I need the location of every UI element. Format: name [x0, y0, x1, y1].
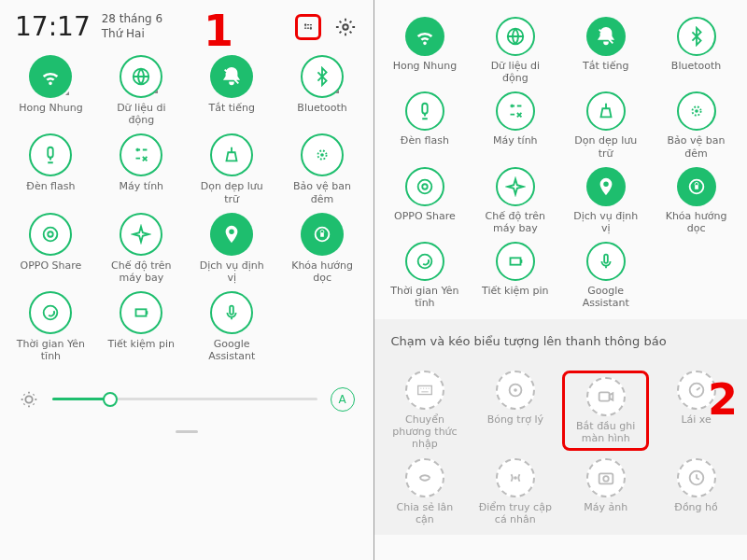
- tile-label: Khóa hướng dọc: [659, 210, 734, 234]
- qs-tile-record[interactable]: Bắt đầu ghi màn hình: [562, 371, 649, 451]
- date-line-1: 28 tháng 6: [102, 12, 162, 27]
- qs-tile-globe[interactable]: Dữ liệu di động: [98, 55, 185, 126]
- qs-tile-wifi[interactable]: Hong Nhung: [7, 55, 94, 126]
- qs-tile-night[interactable]: Bảo vệ ban đêm: [653, 91, 740, 159]
- qs-tile-flash[interactable]: Đèn flash: [7, 133, 94, 204]
- tile-label: Bắt đầu ghi màn hình: [569, 420, 642, 444]
- tile-label: Dịch vụ định vị: [569, 210, 643, 234]
- tile-label: Dọn dẹp lưu trữ: [569, 134, 643, 159]
- qs-tile-sweep[interactable]: Dọn dẹp lưu trữ: [562, 91, 649, 159]
- qs-tile-plane[interactable]: Chế độ trên máy bay: [98, 213, 185, 284]
- bubble-icon: [496, 371, 535, 410]
- qs-tile-nearby[interactable]: Chia sẻ lân cận: [382, 458, 469, 525]
- qs-tile-bell-off[interactable]: Tắt tiếng: [189, 55, 275, 126]
- tile-label: Google Assistant: [569, 285, 643, 309]
- brightness-slider[interactable]: [52, 398, 317, 400]
- qs-tile-plane[interactable]: Chế độ trên máy bay: [472, 167, 558, 234]
- qs-tile-dnd[interactable]: Thời gian Yên tĩnh: [7, 291, 94, 362]
- qs-tile-dnd[interactable]: Thời gian Yên tĩnh: [382, 242, 469, 309]
- tile-label: Khóa hướng dọc: [285, 259, 359, 284]
- qs-tile-battery[interactable]: Tiết kiệm pin: [472, 242, 558, 309]
- tile-label: Tắt tiếng: [583, 60, 628, 72]
- dnd-icon: [405, 242, 444, 281]
- gear-icon: [335, 17, 356, 37]
- qs-tile-hotspot[interactable]: Điểm truy cập cá nhân: [472, 458, 558, 525]
- qs-tile-share[interactable]: OPPO Share: [382, 167, 469, 234]
- qs-tile-loc[interactable]: Dịch vụ định vị: [562, 167, 649, 234]
- tile-label: Dữ liệu di động: [104, 102, 178, 126]
- qs-tile-lock-rot[interactable]: Khóa hướng dọc: [653, 167, 740, 234]
- qs-tile-night[interactable]: Bảo vệ ban đêm: [279, 133, 366, 204]
- qs-tile-calc[interactable]: Máy tính: [98, 133, 185, 204]
- tray-grid: Chuyển phương thức nhậpBóng trợ lýBắt đầ…: [374, 354, 748, 536]
- qs-tile-globe[interactable]: Dữ liệu di động: [472, 17, 558, 84]
- brightness-icon: [19, 389, 39, 410]
- tile-label: OPPO Share: [21, 259, 82, 272]
- tile-label: Dữ liệu di động: [478, 60, 553, 84]
- record-icon: [586, 377, 626, 416]
- qs-tile-flash[interactable]: Đèn flash: [382, 91, 469, 159]
- sweep-icon: [586, 91, 626, 131]
- settings-button[interactable]: [332, 14, 359, 40]
- tile-label: Dọn dẹp lưu trữ: [194, 180, 269, 204]
- qs-tile-bubble[interactable]: Bóng trợ lý: [472, 371, 558, 451]
- night-icon: [677, 91, 716, 131]
- qs-tile-clock[interactable]: Đồng hồ: [653, 458, 740, 525]
- qs-tile-kbd[interactable]: Chuyển phương thức nhập: [382, 371, 469, 451]
- tile-label: Thời gian Yên tĩnh: [13, 338, 88, 362]
- tile-label: Bluetooth: [671, 60, 721, 72]
- step-1-badge: 1: [204, 6, 233, 56]
- brightness-row: A: [0, 372, 374, 427]
- qs-tile-share[interactable]: OPPO Share: [7, 213, 94, 284]
- plane-icon: [496, 167, 535, 206]
- qs-tile-mic[interactable]: Google Assistant: [189, 291, 275, 362]
- clock-icon: [677, 458, 716, 497]
- auto-brightness-toggle[interactable]: A: [331, 387, 355, 412]
- qs-tile-bell-off[interactable]: Tắt tiếng: [562, 17, 649, 84]
- qs-tile-battery[interactable]: Tiết kiệm pin: [98, 291, 185, 362]
- lock-rot-icon: [677, 167, 716, 206]
- hotspot-icon: [496, 458, 535, 497]
- quick-settings-grid-edit: Hong NhungDữ liệu di độngTắt tiếngBlueto…: [374, 0, 748, 319]
- qs-tile-lock-rot[interactable]: Khóa hướng dọc: [279, 213, 366, 284]
- step-2-badge: 2: [708, 374, 738, 425]
- lock-rot-icon: [301, 213, 344, 256]
- tile-label: Chuyển phương thức nhập: [388, 413, 462, 451]
- qs-tile-sweep[interactable]: Dọn dẹp lưu trữ: [189, 133, 275, 204]
- kbd-icon: [405, 371, 444, 410]
- nearby-icon: [405, 458, 444, 497]
- globe-icon: [496, 17, 535, 56]
- tile-label: Đồng hồ: [674, 501, 717, 513]
- mic-icon: [210, 291, 253, 334]
- panel-step-2: Hong NhungDữ liệu di độngTắt tiếngBlueto…: [374, 0, 748, 560]
- tile-label: Google Assistant: [194, 338, 269, 362]
- mic-icon: [586, 242, 626, 281]
- qs-tile-loc[interactable]: Dịch vụ định vị: [189, 213, 275, 284]
- camera-icon: [586, 458, 626, 497]
- tile-label: Máy tính: [493, 134, 538, 147]
- tile-label: Hong Nhung: [393, 60, 458, 72]
- tile-label: Bảo vệ ban đêm: [659, 134, 734, 159]
- date-line-2: Thứ Hai: [102, 27, 162, 42]
- tile-label: Bluetooth: [297, 102, 346, 114]
- bt-icon: [301, 55, 344, 98]
- tile-label: Đèn flash: [401, 134, 449, 147]
- edit-tiles-button[interactable]: [295, 14, 321, 40]
- qs-tile-wifi[interactable]: Hong Nhung: [382, 17, 469, 84]
- wifi-icon: [405, 17, 444, 56]
- qs-tile-camera[interactable]: Máy ảnh: [562, 458, 649, 525]
- battery-icon: [120, 291, 162, 334]
- qs-tile-mic[interactable]: Google Assistant: [562, 242, 649, 309]
- panel-drag-handle[interactable]: [176, 430, 198, 433]
- tile-label: Tiết kiệm pin: [108, 338, 175, 350]
- qs-tile-bt[interactable]: Bluetooth: [279, 55, 366, 126]
- plane-icon: [120, 213, 162, 256]
- qs-tile-calc[interactable]: Máy tính: [472, 91, 558, 159]
- sweep-icon: [210, 133, 253, 176]
- qs-tile-bt[interactable]: Bluetooth: [653, 17, 740, 84]
- tile-label: Điểm truy cập cá nhân: [478, 501, 553, 525]
- available-tiles-tray: Chạm và kéo biểu tượng lên thanh thông b…: [374, 319, 748, 536]
- bell-off-icon: [586, 17, 626, 56]
- tile-label: Hong Nhung: [19, 102, 83, 114]
- battery-icon: [496, 242, 535, 281]
